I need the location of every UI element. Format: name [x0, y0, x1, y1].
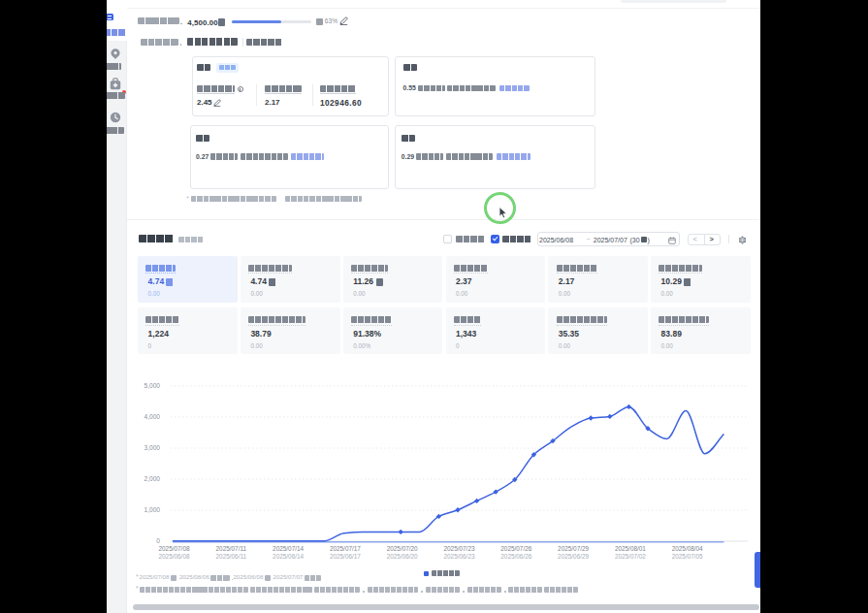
- svg-text:2025/07/23: 2025/07/23: [444, 545, 475, 552]
- svg-text:2025/08/01: 2025/08/01: [615, 545, 646, 552]
- svg-text:2025/07/26: 2025/07/26: [500, 545, 531, 552]
- svg-text:2,000: 2,000: [144, 475, 160, 482]
- svg-text:2025/06/20: 2025/06/20: [387, 553, 418, 560]
- svg-text:2025/07/20: 2025/07/20: [387, 545, 418, 552]
- svg-text:2025/08/04: 2025/08/04: [672, 545, 703, 552]
- svg-text:2025/06/23: 2025/06/23: [444, 553, 475, 560]
- svg-text:2025/07/17: 2025/07/17: [330, 545, 361, 552]
- svg-text:2025/06/08: 2025/06/08: [159, 553, 190, 560]
- svg-text:2025/07/08: 2025/07/08: [159, 545, 190, 552]
- svg-text:2025/07/02: 2025/07/02: [615, 553, 646, 560]
- svg-text:2025/06/29: 2025/06/29: [558, 553, 589, 560]
- svg-text:2025/07/14: 2025/07/14: [273, 545, 304, 552]
- svg-text:3,000: 3,000: [144, 444, 160, 451]
- svg-text:0: 0: [156, 537, 160, 544]
- svg-text:2025/06/14: 2025/06/14: [273, 553, 304, 560]
- svg-text:5,000: 5,000: [144, 382, 160, 389]
- svg-text:2025/06/17: 2025/06/17: [330, 553, 361, 560]
- svg-text:2025/06/11: 2025/06/11: [216, 553, 247, 560]
- svg-text:4,000: 4,000: [144, 413, 160, 420]
- svg-text:2025/07/29: 2025/07/29: [558, 545, 589, 552]
- svg-text:1,000: 1,000: [144, 506, 160, 513]
- svg-text:2025/07/05: 2025/07/05: [672, 553, 703, 560]
- svg-text:2025/06/26: 2025/06/26: [500, 553, 531, 560]
- svg-text:2025/07/11: 2025/07/11: [216, 545, 247, 552]
